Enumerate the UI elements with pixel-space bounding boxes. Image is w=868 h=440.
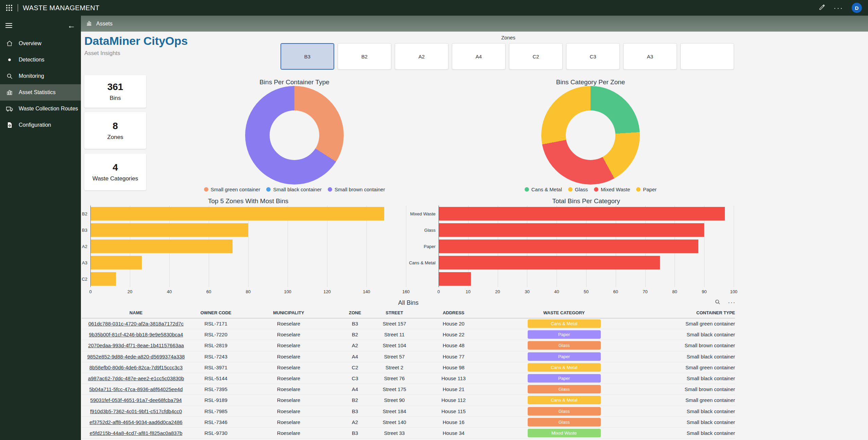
bar-chart-icon	[5, 89, 14, 96]
x-tick-label: 30	[525, 289, 529, 294]
magnifier-icon	[5, 73, 14, 80]
bin-name-link[interactable]: 5b04a711-5fcc-47ca-8936-a8f64025ee4d	[89, 386, 183, 392]
hamburger-menu-icon[interactable]	[5, 22, 12, 29]
y-category-label: B2	[82, 207, 90, 221]
bar	[439, 207, 725, 221]
truck-icon	[5, 105, 14, 112]
cell-address: House 16	[415, 419, 492, 425]
page-subtitle: Asset Insights	[84, 50, 120, 57]
zone-button-c2[interactable]: C2	[509, 43, 563, 70]
table-body: 061dc788-031c-4720-af2a-3818a7172d7cRSL-…	[82, 318, 735, 439]
cell-zone: B2	[336, 332, 374, 337]
stat-label: Zones	[107, 134, 123, 141]
cell-owner_code: RSL-3971	[190, 365, 241, 370]
bar	[439, 223, 704, 237]
column-header: NAME	[82, 310, 190, 315]
waste-category-badge: Glass	[528, 407, 601, 416]
cell-municipality: Roeselare	[241, 430, 336, 436]
bin-name-link[interactable]: 9b35b00f-81cf-4246-bb18-9e9e5830bca4	[89, 332, 183, 337]
cell-name: 8b58efb0-80d6-4de6-82ca-7d9f15ccc3c3	[82, 365, 190, 370]
bin-name-link[interactable]: 59031fef-053f-4651-91a7-dee68fcba794	[90, 397, 182, 403]
sidebar-item-waste-collection-routes[interactable]: Waste Collection Routes	[0, 101, 81, 117]
bin-name-link[interactable]: 8b58efb0-80d6-4de6-82ca-7d9f15ccc3c3	[89, 365, 183, 370]
search-icon[interactable]	[715, 299, 720, 306]
sidebar-item-label: Monitoring	[19, 73, 44, 79]
cell-zone: B3	[336, 430, 374, 436]
cell-street: Street 157	[374, 321, 415, 327]
cell-zone: B3	[336, 321, 374, 327]
bin-name-link[interactable]: e5fd215b-44a8-4cd7-af81-f825ac0a837b	[90, 430, 183, 436]
bin-name-link[interactable]: 2070edaa-993d-4f71-8eae-1b41157663aa	[88, 342, 184, 348]
app-launcher-icon[interactable]	[6, 5, 12, 11]
sidebar-item-label: Overview	[19, 40, 41, 47]
stat-value: 8	[113, 121, 118, 131]
zone-button-c3[interactable]: C3	[566, 43, 620, 70]
cell-container_type: Small black container	[636, 354, 735, 359]
legend-dot	[328, 187, 332, 192]
x-tick-label: 0	[437, 289, 440, 294]
stat-value: 4	[113, 162, 118, 173]
waste-category-badge: Paper	[528, 352, 601, 361]
y-category-label: Glass	[424, 223, 439, 237]
cell-container_type: Small black container	[636, 332, 735, 337]
bin-name-link[interactable]: f910d3b5-7362-4c01-9bf1-c517cfdb4cc0	[90, 408, 182, 414]
bin-name-link[interactable]: 061dc788-031c-4720-af2a-3818a7172d7c	[88, 321, 184, 327]
table-toolbar: ···	[715, 299, 736, 306]
axis-line	[439, 206, 439, 287]
x-tick-label: 120	[323, 289, 331, 294]
sidebar-item-asset-statistics[interactable]: Asset Statistics	[0, 84, 81, 101]
avatar[interactable]: D	[852, 3, 862, 13]
stat-label: Waste Categories	[92, 175, 138, 182]
chart-title: Total Bins Per Category	[439, 197, 734, 205]
zone-button-b2[interactable]: B2	[338, 43, 391, 70]
sidebar-item-monitoring[interactable]: Monitoring	[0, 68, 81, 84]
edit-pencil-icon[interactable]	[819, 4, 826, 12]
bin-name-link[interactable]: a987ac62-7ddc-487e-aee2-e1cc5c03830b	[88, 375, 184, 381]
x-tick-label: 50	[584, 289, 589, 294]
bin-name-link[interactable]: 9852e852-9d88-4ede-a820-d5699374a338	[87, 354, 185, 359]
table-row: 9852e852-9d88-4ede-a820-d5699374a338RSL-…	[82, 351, 735, 362]
document-gear-icon	[5, 122, 14, 128]
sidebar-item-label: Asset Statistics	[19, 89, 55, 95]
legend-item: Small green container	[204, 187, 260, 192]
cell-street: Street 104	[374, 342, 415, 348]
cell-street: Street 140	[374, 419, 415, 425]
cell-street: Street 184	[374, 408, 415, 414]
zone-button-b3[interactable]: B3	[280, 43, 334, 70]
donut-chart-bins-per-container-type: Bins Per Container TypeSmall green conta…	[209, 78, 379, 192]
zone-button-a2[interactable]: A2	[395, 43, 448, 70]
cell-owner_code: RSL-7243	[190, 354, 241, 359]
back-arrow-icon[interactable]: ←	[67, 21, 75, 30]
stat-label: Bins	[109, 95, 121, 102]
cell-container_type: Small green container	[636, 365, 735, 370]
cell-name: 061dc788-031c-4720-af2a-3818a7172d7c	[82, 321, 190, 327]
zone-button-a3[interactable]: A3	[623, 43, 677, 70]
sidebar-item-configuration[interactable]: Configuration	[0, 117, 81, 133]
cell-street: Street 76	[374, 375, 415, 381]
cell-owner_code: RSL-7395	[190, 386, 241, 392]
zone-button-a4[interactable]: A4	[452, 43, 506, 70]
table-more-icon[interactable]: ···	[728, 301, 736, 304]
waste-category-badge: Cans & Metal	[528, 396, 601, 404]
x-tick-label: 60	[206, 289, 211, 294]
topbar-more-icon[interactable]: ···	[834, 6, 844, 10]
bin-name-link[interactable]: ef3752d2-aff8-4654-9034-aad6d0ca2486	[89, 419, 182, 425]
zone-button-empty[interactable]	[680, 43, 734, 70]
x-tick-label: 40	[167, 289, 172, 294]
sidebar-item-label: Waste Collection Routes	[19, 106, 78, 112]
sidebar-item-overview[interactable]: Overview	[0, 35, 81, 52]
tab-assets[interactable]: Assets	[86, 20, 113, 28]
column-header: MUNICIPALITY	[241, 310, 336, 315]
x-tick-label: 70	[643, 289, 647, 294]
home-icon	[5, 40, 14, 47]
stat-value: 361	[107, 82, 123, 92]
sidebar-item-detections[interactable]: Detections	[0, 52, 81, 68]
cell-street: Street 57	[374, 354, 415, 359]
legend-label: Small black container	[273, 187, 322, 192]
cell-municipality: Roeselare	[241, 332, 336, 337]
cell-municipality: Roeselare	[241, 375, 336, 381]
dot-icon	[5, 56, 14, 63]
top-app-bar: WASTE MANAGEMENT ··· D	[0, 0, 868, 16]
waste-category-badge: Glass	[528, 385, 601, 393]
y-category-label: Mixed Waste	[410, 207, 439, 221]
